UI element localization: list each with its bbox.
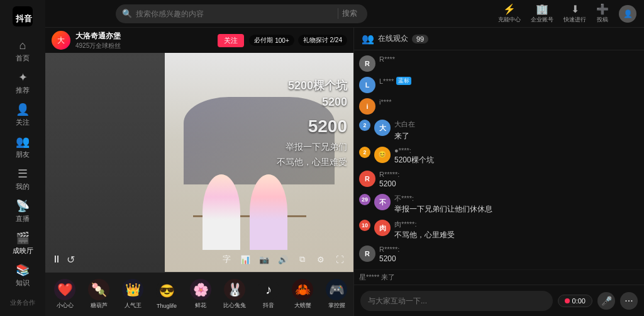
me-icon: ☰	[18, 167, 28, 181]
search-input[interactable]	[136, 9, 334, 18]
user-avatar[interactable]: 👤	[619, 5, 636, 23]
streamer-avatar-text: 大	[57, 35, 65, 46]
comment-user-6: 不****:	[394, 194, 639, 203]
comment-num-7: 10	[359, 220, 370, 231]
comment-username-7: 肉*****:	[394, 220, 416, 229]
comment-user-0: R****	[379, 55, 639, 63]
streamer-bar: 大 大洛奇通亦堡 4925万全球粉丝 关注 必付期 100+ 礼物探讨 2/24	[45, 28, 353, 53]
comment-item-6: 29 不 不****: 举报一下兄弟们让他们休休息	[359, 193, 639, 216]
comment-username-4: ●****:	[394, 147, 411, 154]
online-count: 99	[412, 35, 428, 43]
gift-item-5[interactable]: 🐰 比心兔兔	[219, 276, 250, 312]
comment-item-8: R R*****: 5200	[359, 244, 639, 266]
sidebar-item-recommend[interactable]: ✦ 推荐	[0, 67, 45, 99]
recommend-icon: ✦	[18, 71, 28, 84]
sidebar-item-me[interactable]: ☰ 我的	[0, 163, 45, 195]
overlay-line2: 5200	[322, 96, 347, 109]
search-bar[interactable]: 🔍 搜索	[116, 4, 367, 23]
comment-user-2: i****	[379, 98, 639, 106]
comment-username-3: 大白在	[394, 120, 415, 129]
timer-dot	[565, 298, 570, 303]
gift-icon-4: 🌸	[190, 279, 211, 300]
sidebar-item-home[interactable]: ⌂ 首页	[0, 35, 45, 67]
gift-icon-6: ♪	[258, 279, 279, 300]
comment-text-8: 5200	[379, 254, 639, 264]
overlay-msg2: 不骂他，心里难受	[277, 157, 347, 168]
timer-badge: 0:00	[558, 295, 592, 307]
comment-item-4: 2 😊 ●****: 5200棵个坑	[359, 145, 639, 167]
sidebar-item-friends[interactable]: 👥 朋友	[0, 131, 45, 163]
enterprise-icon: 🏢	[536, 3, 548, 15]
subtitle-button[interactable]: 字	[219, 252, 234, 267]
gift-stat: 礼物探讨 2/24	[298, 35, 347, 46]
comment-username-2: i****	[379, 98, 392, 106]
video-player[interactable]: 5200棵个坑 5200 5200 举报一下兄弟们 不骂他，心里难受 ⏸ ↺ 字…	[45, 53, 353, 272]
gift-item-4[interactable]: 🌸 鲜花	[185, 276, 216, 312]
comment-body-2: i****	[379, 98, 639, 106]
topbar-charge[interactable]: ⚡ 充能中心	[498, 3, 521, 24]
pip-button[interactable]: ⧉	[294, 252, 309, 267]
gift-name-7: 大螃蟹	[294, 302, 311, 310]
comment-avatar-6: 不	[374, 194, 391, 210]
gift-item-1[interactable]: 🍡 糖葫芦	[83, 276, 114, 312]
gift-item-2[interactable]: 👑 人气王	[117, 276, 148, 312]
comment-avatar-0: R	[359, 55, 375, 72]
video-controls: ⏸ ↺ 字 📊 📷 🔊 ⧉ ⚙ ⛶	[45, 252, 353, 267]
comment-body-8: R*****: 5200	[379, 245, 639, 264]
gift-item-7[interactable]: 🦀 大螃蟹	[287, 276, 318, 312]
refresh-button[interactable]: ↺	[67, 254, 75, 266]
settings-button[interactable]: ⚙	[313, 252, 328, 267]
search-button[interactable]: 搜索	[338, 8, 361, 19]
avatar-icon: 👤	[623, 9, 633, 18]
comment-item-5: R R*****: 5200	[359, 169, 639, 191]
enterprise-label: 企业账号	[531, 16, 553, 24]
gift-item-6[interactable]: ♪ 抖音	[253, 276, 284, 312]
bottom-bar: 0:00 🎤 ···	[354, 285, 644, 316]
quality-button[interactable]: 📊	[238, 252, 253, 267]
comment-avatar-4: 😊	[374, 147, 391, 163]
bottom-actions: 0:00 🎤 ···	[558, 292, 638, 310]
follow-button[interactable]: 关注	[218, 34, 244, 47]
gift-item-3[interactable]: 😎 Thuglife	[151, 278, 182, 312]
gift-item-0[interactable]: ❤️ 小心心	[49, 276, 80, 312]
pause-button[interactable]: ⏸	[52, 254, 62, 265]
fullscreen-button[interactable]: ⛶	[332, 252, 347, 267]
gift-icon-5: 🐰	[224, 279, 245, 300]
gift-item-8[interactable]: 🎮 掌控握	[321, 276, 352, 312]
topbar-upload[interactable]: ➕ 投稿	[596, 3, 609, 24]
comment-user-3: 大白在	[394, 120, 639, 129]
comment-body-6: 不****: 举报一下兄弟们让他们休休息	[394, 194, 639, 215]
search-icon: 🔍	[122, 9, 132, 18]
comment-user-4: ●****:	[394, 147, 639, 154]
sidebar-item-label: 知识	[16, 278, 30, 288]
business-link[interactable]: 业务合作	[10, 295, 35, 311]
comment-text-7: 不骂他，心里难受	[394, 230, 639, 240]
sidebar: 抖音 ⌂ 首页 ✦ 推荐 👤 关注 👥 朋友 ☰ 我的 📡 直播 🎬 成映厅 📚…	[0, 0, 45, 316]
bottom-input-wrap[interactable]	[360, 291, 553, 311]
topbar-enterprise[interactable]: 🏢 企业账号	[531, 3, 553, 24]
sidebar-item-follow[interactable]: 👤 关注	[0, 99, 45, 131]
volume-button[interactable]: 🔊	[275, 252, 291, 267]
sidebar-item-label: 推荐	[16, 86, 30, 95]
num-text-7: 10	[362, 222, 368, 229]
sidebar-item-cinema[interactable]: 🎬 成映厅	[0, 227, 45, 259]
sidebar-item-live[interactable]: 📡 直播	[0, 195, 45, 227]
live-icon: 📡	[16, 199, 30, 213]
charge-label: 充能中心	[498, 16, 521, 24]
topbar: 🔍 搜索 ⚡ 充能中心 🏢 企业账号 ⬇ 快速进行 ➕ 投稿 👤	[45, 0, 644, 28]
viewer-stat: 必付期 100+	[249, 35, 294, 46]
comment-user-7: 肉*****:	[394, 220, 639, 229]
gift-icon-3: 😎	[156, 280, 177, 302]
screenshot-button[interactable]: 📷	[257, 252, 272, 267]
chat-input[interactable]	[368, 296, 545, 305]
gift-label: 礼物探讨	[303, 37, 328, 43]
gift-name-4: 鲜花	[195, 302, 206, 310]
viewer-count: 100+	[275, 37, 289, 44]
overlay-main-number: 5200	[308, 116, 347, 137]
more-button[interactable]: ···	[620, 292, 638, 310]
main-content: 🔍 搜索 ⚡ 充能中心 🏢 企业账号 ⬇ 快速进行 ➕ 投稿 👤	[45, 0, 644, 316]
topbar-download[interactable]: ⬇ 快速进行	[564, 3, 586, 24]
sidebar-item-knowledge[interactable]: 📚 知识	[0, 259, 45, 291]
mic-button[interactable]: 🎤	[597, 292, 615, 310]
sidebar-item-label: 成映厅	[13, 246, 33, 256]
